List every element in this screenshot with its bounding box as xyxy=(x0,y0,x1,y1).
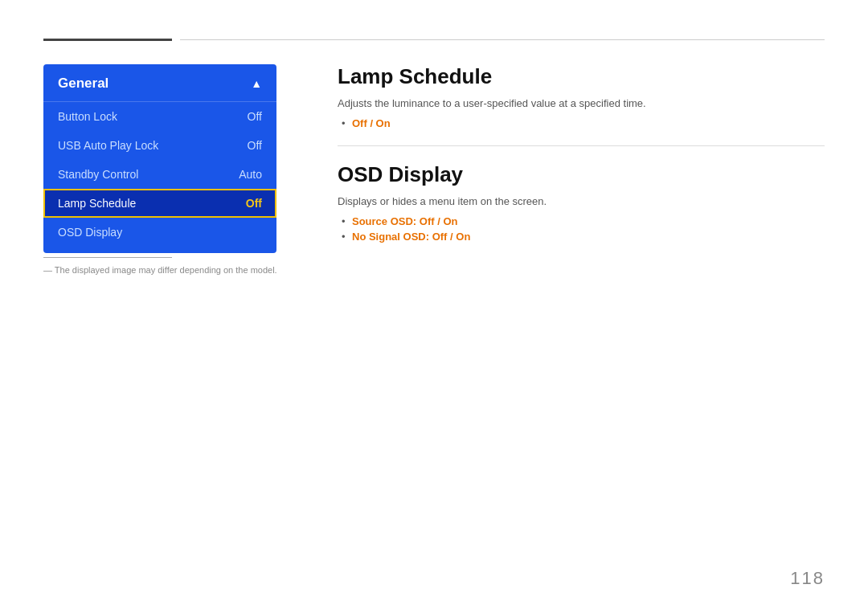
sidebar-item-osd-display[interactable]: OSD Display xyxy=(43,218,276,247)
sidebar-menu: General ▲ Button Lock Off USB Auto Play … xyxy=(43,64,276,253)
sidebar-title: General xyxy=(58,76,108,92)
sidebar-item-value: Off xyxy=(248,139,262,152)
sidebar-header: General ▲ xyxy=(43,64,276,102)
top-decorative-lines xyxy=(43,39,825,41)
section1-bullet-1-text: Off / On xyxy=(352,117,391,129)
sidebar-item-label: USB Auto Play Lock xyxy=(58,139,158,152)
main-content: Lamp Schedule Adjusts the luminance to a… xyxy=(338,64,825,246)
sidebar-item-label: Button Lock xyxy=(58,110,117,123)
sidebar-item-label: Lamp Schedule xyxy=(58,197,136,210)
section1-title: Lamp Schedule xyxy=(338,64,825,89)
sidebar-item-lamp-schedule[interactable]: Lamp Schedule Off xyxy=(43,189,276,218)
section2-bullet-1: Source OSD: Off / On xyxy=(352,215,825,227)
section2-bullet-2: No Signal OSD: Off / On xyxy=(352,231,825,243)
section1-description: Adjusts the luminance to a user-specifie… xyxy=(338,97,825,109)
footnote: ― The displayed image may differ dependi… xyxy=(43,265,277,275)
section2-bullet-1-text: Source OSD: Off / On xyxy=(352,215,457,227)
top-line-light xyxy=(180,39,825,40)
footnote-divider xyxy=(43,257,172,258)
sidebar-item-usb-auto-play-lock[interactable]: USB Auto Play Lock Off xyxy=(43,131,276,160)
sidebar-item-value: Auto xyxy=(239,168,262,181)
sidebar-item-label: Standby Control xyxy=(58,168,138,181)
section2-description: Displays or hides a menu item on the scr… xyxy=(338,195,825,207)
sidebar-item-standby-control[interactable]: Standby Control Auto xyxy=(43,160,276,189)
chevron-up-icon[interactable]: ▲ xyxy=(251,77,262,90)
section-divider xyxy=(338,145,825,146)
sidebar-item-button-lock[interactable]: Button Lock Off xyxy=(43,102,276,131)
top-line-dark xyxy=(43,39,172,41)
section2-title: OSD Display xyxy=(338,162,825,187)
page-number: 118 xyxy=(790,568,825,589)
sidebar-item-value: Off xyxy=(246,197,262,210)
sidebar-item-value: Off xyxy=(248,110,262,123)
section1-bullet-1: Off / On xyxy=(352,117,825,129)
section2-bullet-2-text: No Signal OSD: Off / On xyxy=(352,231,470,243)
sidebar-item-label: OSD Display xyxy=(58,226,122,239)
